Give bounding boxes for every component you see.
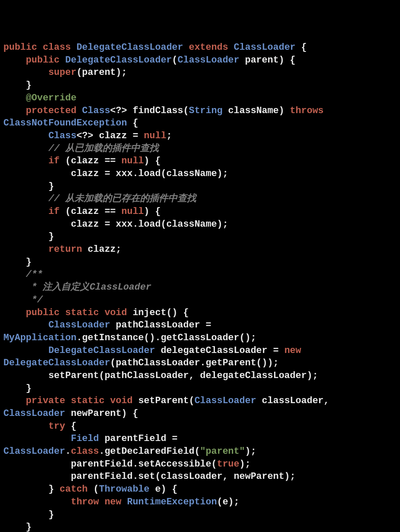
code-token: static — [71, 395, 104, 406]
code-token: throw — [71, 497, 99, 507]
code-token: if — [49, 156, 60, 166]
code-token — [121, 497, 127, 507]
code-token — [133, 395, 138, 406]
code-token — [3, 320, 49, 330]
code-token — [183, 42, 189, 53]
code-token: { — [296, 42, 307, 53]
code-block: public class DelegateClassLoader extends… — [3, 41, 397, 532]
code-token: <?> clazz = — [77, 131, 144, 141]
code-token: if — [49, 206, 60, 217]
code-token: public — [3, 42, 37, 53]
code-token: ClassNotFoundException — [3, 118, 127, 128]
code-token: Class — [82, 105, 110, 116]
code-token: true — [217, 459, 240, 469]
code-token — [3, 105, 26, 116]
code-token: (parent); — [77, 67, 127, 78]
code-token: setParent(pathClassLoader, delegateClass… — [3, 370, 318, 381]
code-token — [3, 345, 49, 356]
code-token: throws — [290, 105, 323, 116]
code-token: { — [65, 421, 76, 432]
code-token: RuntimeException — [127, 497, 217, 507]
code-token: clazz; — [82, 244, 121, 255]
code-token: } — [3, 181, 54, 192]
code-token: ( — [189, 395, 194, 406]
code-token — [77, 105, 82, 116]
code-token: parent) { — [240, 55, 296, 65]
code-token: super — [49, 67, 77, 78]
code-token — [3, 55, 26, 65]
code-token — [3, 295, 31, 305]
code-token: @Override — [26, 93, 77, 103]
code-token: public — [26, 55, 60, 65]
code-token: .getDeclaredField( — [99, 446, 200, 457]
code-token: inject — [133, 307, 166, 318]
code-token: * 注入自定义ClassLoader — [31, 282, 151, 293]
code-token: private — [26, 395, 65, 406]
code-token — [3, 421, 49, 432]
code-token: () { — [166, 307, 189, 318]
code-token: <?> — [110, 105, 133, 116]
code-token — [301, 345, 307, 356]
code-token: parentField.setAccessible( — [3, 459, 217, 469]
code-token — [3, 433, 71, 444]
code-token: } — [3, 509, 54, 520]
code-token: (pathClassLoader.getParent()); — [110, 358, 279, 368]
code-token: protected — [26, 105, 77, 116]
code-token: ( — [183, 105, 189, 116]
code-token: className) — [223, 105, 290, 116]
code-token: ( — [172, 55, 177, 65]
code-token: parentField.set(classLoader, newParent); — [3, 471, 296, 482]
code-token — [3, 156, 49, 166]
code-token: DelegateClassLoader — [49, 345, 155, 356]
code-token: } — [3, 484, 60, 495]
code-token: (e); — [217, 497, 240, 507]
code-token — [3, 395, 26, 406]
code-token — [3, 282, 31, 293]
code-token: return — [49, 244, 82, 255]
code-token — [3, 206, 49, 217]
code-token: try — [49, 421, 66, 432]
code-token: classLoader, — [256, 395, 335, 406]
code-token: static — [65, 307, 99, 318]
code-token: .getInstance().getClassLoader(); — [77, 333, 256, 343]
code-token: String — [189, 105, 223, 116]
code-token: { — [127, 118, 138, 128]
code-token — [99, 307, 104, 318]
code-token: } — [3, 80, 31, 91]
code-token: } — [3, 257, 31, 267]
code-token: void — [105, 307, 127, 318]
code-token: // 从未加载的已存在的插件中查找 — [49, 193, 197, 204]
code-token: class — [71, 446, 99, 457]
code-token — [65, 395, 71, 406]
code-token: DelegateClassLoader — [65, 55, 172, 65]
code-token: Throwable — [99, 484, 149, 495]
code-token — [37, 42, 43, 53]
code-token: DelegateClassLoader — [77, 42, 183, 53]
code-token: . — [65, 446, 71, 457]
code-token — [3, 143, 49, 154]
code-token: null — [121, 206, 144, 217]
code-token: setParent — [138, 395, 189, 406]
code-token: ); — [245, 446, 256, 457]
code-token: (clazz == — [60, 206, 121, 217]
code-token: clazz = xxx.load(className); — [3, 168, 228, 179]
code-token — [3, 193, 49, 204]
code-token — [3, 131, 49, 141]
code-token: // 从已加载的插件中查找 — [49, 143, 159, 154]
code-token — [3, 67, 49, 78]
code-token: public — [26, 307, 60, 318]
code-token: */ — [31, 295, 43, 305]
code-token: class — [43, 42, 71, 53]
code-token: parentField = — [99, 433, 183, 444]
code-token — [228, 42, 234, 53]
code-token: ( — [88, 484, 99, 495]
code-token: void — [110, 395, 133, 406]
code-token: ClassLoader — [234, 42, 295, 53]
code-token: (clazz == — [60, 156, 121, 166]
code-token — [60, 55, 65, 65]
code-token: ClassLoader — [194, 395, 256, 406]
code-token: } — [3, 522, 31, 532]
code-token: null — [121, 156, 144, 166]
code-token: e) { — [149, 484, 177, 495]
code-token — [3, 269, 26, 280]
